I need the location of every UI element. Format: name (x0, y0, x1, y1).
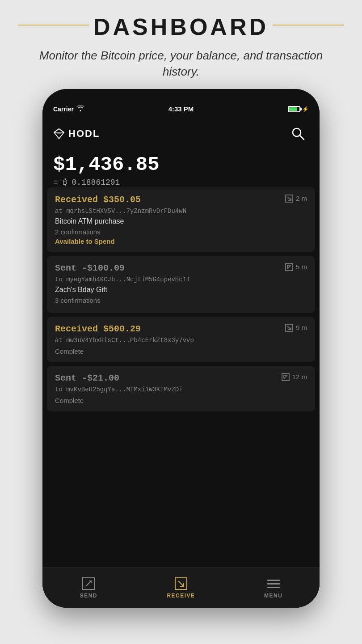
bottom-nav: SEND RECEIVE (42, 568, 320, 608)
page-title: DASHBOARD (27, 13, 335, 40)
battery-indicator: ⚡ (288, 106, 309, 112)
tx-time-1: 2 m (285, 195, 307, 203)
app-screen: HODL $1,436.85 = ₿ 0.18861291 Received $… (42, 116, 320, 608)
balance-usd: $1,436.85 (53, 153, 309, 176)
nav-menu[interactable]: MENU (227, 576, 320, 599)
svg-line-4 (300, 136, 304, 140)
send-arrow-icon-2 (282, 373, 290, 381)
receive-nav-icon (174, 576, 188, 591)
tx-status-1: Available to Spend (55, 237, 307, 245)
tx-address-4: to mvKvBeU25gqYa...MTMxi1W3KTMvZDi (55, 386, 307, 393)
balance-btc-prefix: = ₿ (53, 178, 72, 187)
balance-btc: = ₿ 0.18861291 (53, 178, 309, 187)
tx-card-3[interactable]: Received $500.29 9 m at mw3uV4YbxRisCt..… (47, 317, 315, 362)
tx-amount-3: Received $500.29 (55, 324, 141, 334)
svg-line-16 (178, 581, 184, 586)
tx-address-1: at mqrhsLStHXV5V...7yZnzmRvDrFDu4wN (55, 208, 307, 215)
tx-label-2: Zach's Bday Gift (55, 286, 307, 294)
svg-line-8 (287, 265, 291, 269)
tx-status-3: Complete (55, 347, 307, 355)
balance-btc-value: 0.18861291 (72, 178, 120, 187)
tx-status-4: Complete (55, 397, 307, 404)
tx-confirmations-1: 2 confirmations (55, 228, 307, 236)
receive-arrow-icon (285, 195, 293, 203)
tx-amount-2: Sent -$100.09 (55, 263, 125, 273)
search-button[interactable] (287, 123, 309, 144)
tx-time-4: 12 m (282, 373, 307, 381)
tx-time-3: 9 m (285, 324, 307, 332)
tx-list-wrapper: Received $350.05 2 m at mqrhsLStHXV5V...… (42, 187, 320, 568)
phone-device: Carrier 4:33 PM ⚡ (42, 89, 320, 608)
search-icon (290, 126, 306, 141)
tx-time-2: 5 m (285, 263, 307, 271)
status-bar: Carrier 4:33 PM ⚡ (42, 102, 320, 116)
svg-marker-1 (54, 129, 64, 134)
page-header: DASHBOARD Monitor the Bitcoin price, you… (0, 0, 362, 89)
nav-receive-label: RECEIVE (167, 593, 195, 599)
hodl-diamond-icon (53, 128, 65, 140)
tx-confirmations-2: 3 confirmations (55, 297, 307, 304)
tx-amount-4: Sent -$21.00 (55, 373, 119, 383)
svg-line-14 (86, 581, 91, 586)
tx-amount-1: Received $350.05 (55, 195, 141, 205)
nav-menu-label: MENU (264, 593, 282, 599)
tx-card-1[interactable]: Received $350.05 2 m at mqrhsLStHXV5V...… (47, 187, 315, 252)
tx-card-4[interactable]: Sent -$21.00 12 m to mvKvBeU25gqYa...MTM… (47, 366, 315, 411)
svg-line-12 (284, 375, 287, 379)
page-subtitle: Monitor the Bitcoin price, your balance,… (27, 47, 335, 80)
hodl-logo: HODL (53, 128, 100, 140)
bolt-icon: ⚡ (302, 106, 309, 112)
tx-address-2: to myegYamh4KCJb...NcjtiM5G4upevHc1T (55, 276, 307, 283)
send-nav-icon (81, 576, 96, 591)
menu-lines-icon (267, 580, 280, 588)
hodl-logo-text: HODL (68, 128, 100, 140)
app-header: HODL (42, 116, 320, 149)
nav-send[interactable]: SEND (42, 576, 135, 599)
nav-send-label: SEND (80, 593, 97, 599)
tx-label-1: Bitcoin ATM purchase (55, 217, 307, 225)
send-arrow-icon (285, 263, 293, 271)
wifi-icon (76, 105, 84, 113)
status-time: 4:33 PM (168, 105, 194, 113)
svg-line-10 (287, 326, 291, 330)
tx-card-2[interactable]: Sent -$100.09 5 m to myegYamh4KCJb...Ncj… (47, 256, 315, 313)
receive-arrow-icon-2 (285, 324, 293, 332)
nav-receive[interactable]: RECEIVE (135, 576, 227, 599)
svg-line-6 (287, 197, 291, 200)
tx-address-3: at mw3uV4YbxRisCt...Pb4cErkZt8x3y7vvp (55, 337, 307, 344)
carrier-label: Carrier (53, 106, 74, 113)
